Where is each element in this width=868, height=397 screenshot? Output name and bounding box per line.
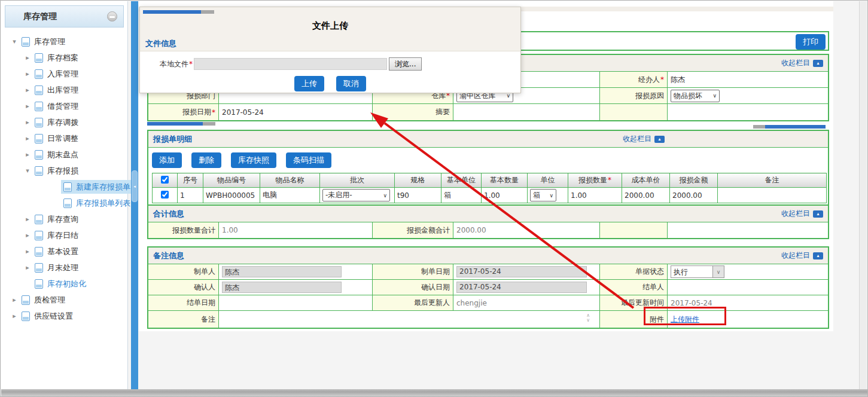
expand-arrow-icon[interactable]: ▸ [10,312,19,320]
summary-value[interactable] [453,104,600,120]
tree-item-label[interactable]: 供应链设置 [34,311,73,322]
attachment-label: 附件 [600,311,668,328]
tree-item-core[interactable]: 库存查询 [32,212,127,226]
tree-item-core[interactable]: 库存报损单列表 [61,196,133,210]
tree-item-core[interactable]: 入库管理 [32,67,127,81]
sidebar-tree-item: ▸供应链设置 [1,308,127,324]
operator-value: 陈杰 [668,72,828,87]
remark-label: 备注 [148,311,219,328]
cell-remark[interactable] [718,188,827,203]
tree-item-label[interactable]: 库存调拨 [47,117,78,128]
collapse-icon[interactable]: ▴ [813,60,823,67]
tree-item-label[interactable]: 库存报损 [47,166,78,176]
select-all-checkbox[interactable] [161,176,169,184]
tree-item-core[interactable]: 出库管理 [32,83,127,97]
tree-item-core[interactable]: 借货管理 [32,99,127,113]
expand-arrow-icon[interactable]: ▸ [10,296,19,304]
stock-snapshot-button[interactable]: 库存快照 [231,152,276,168]
print-button[interactable]: 打印 [796,34,826,50]
cell-loss-qty[interactable]: 1.00 [568,188,622,203]
sidebar-title: 库存管理 [23,11,107,22]
tree-item-core[interactable]: 库存日结 [32,228,127,242]
remark-textarea[interactable]: ∧∨ [219,311,600,328]
tree-item-label[interactable]: 质检管理 [34,295,65,306]
tree-item-label[interactable]: 基本设置 [47,246,78,257]
expand-arrow-icon[interactable]: ▸ [23,215,32,223]
tree-item-core[interactable]: 库存初始化 [32,277,127,291]
tree-item-label[interactable]: 库存报损单列表 [76,198,130,209]
cell-item-code[interactable]: WPBH000005 [203,188,260,203]
tree-item-core[interactable]: 月末处理 [32,261,127,274]
expand-arrow-icon[interactable]: ▸ [23,86,32,94]
tree-item-label[interactable]: 新建库存报损单 [76,182,130,193]
tree-item-label[interactable]: 库存管理 [34,36,65,47]
panel-splitter[interactable]: ◂ [131,1,138,389]
sidebar-tree-item: ▸期末盘点 [1,146,127,163]
expand-arrow-icon[interactable]: ▸ [23,248,32,255]
tree-item-label[interactable]: 库存初始化 [47,279,86,289]
tree-item-label[interactable]: 库存档案 [47,53,78,63]
dialog-buttons: 上传 取消 [140,76,520,91]
collapse-section-link[interactable]: 收起栏目▴ [781,206,823,222]
reason-select[interactable]: 物品损坏∨ [671,90,720,102]
expand-arrow-icon[interactable]: ▸ [23,118,32,126]
tree-item-core[interactable]: 期末盘点 [32,148,127,161]
tree-item-core[interactable]: 质检管理 [19,293,127,307]
tree-item-core[interactable]: 库存管理 [19,35,127,48]
tree-item-label[interactable]: 入库管理 [47,69,78,80]
collapse-section-link[interactable]: 收起栏目▴ [781,55,823,71]
tree-item-label[interactable]: 借货管理 [47,101,78,112]
tree-item-core[interactable]: 库存调拨 [32,115,127,129]
collapse-section-link[interactable]: 收起栏目▴ [623,131,665,147]
file-path-input[interactable] [194,58,387,70]
collapse-arrow-icon[interactable]: ▾ [10,38,19,45]
expand-arrow-icon[interactable]: ▸ [23,264,32,271]
delete-row-button[interactable]: 删除 [191,152,221,168]
tree-item-label[interactable]: 月末处理 [47,262,78,273]
expand-arrow-icon[interactable]: ▸ [23,70,32,78]
batch-select[interactable]: -未启用-∨ [322,189,390,201]
expand-arrow-icon[interactable]: ▸ [23,102,32,110]
add-row-button[interactable]: 添加 [152,152,182,168]
creator-label: 制单人 [148,264,219,279]
col-loss-amount: 报损金额 [670,173,718,188]
page-scrollbar-track[interactable] [859,1,867,396]
sidebar-header: 库存管理 [5,5,124,28]
tree-item-core[interactable]: 新建库存报损单 [61,180,133,194]
file-info-section-title: 文件信息 [145,38,176,49]
expand-arrow-icon[interactable]: ▸ [23,231,32,239]
tree-item-core[interactable]: 供应链设置 [19,309,127,323]
upload-button[interactable]: 上传 [294,76,324,91]
spinner-up-down-icon[interactable]: ∧∨ [586,313,590,323]
document-icon [35,134,43,143]
tree-item-label[interactable]: 出库管理 [47,85,78,96]
collapse-icon[interactable]: ▴ [654,136,665,143]
splitter-collapse-handle[interactable]: ◂ [132,170,138,202]
expand-arrow-icon[interactable]: ▸ [23,54,32,62]
tree-item-label[interactable]: 期末盘点 [47,149,78,160]
cell-item-name[interactable]: 电脑 [260,188,320,203]
tree-item-core[interactable]: 日常调整 [32,132,127,145]
tree-item-label[interactable]: 库存查询 [47,214,78,225]
row-checkbox[interactable] [161,191,169,198]
barcode-scan-button[interactable]: 条码扫描 [286,152,331,168]
tree-item-label[interactable]: 库存日结 [47,230,78,241]
browse-button[interactable]: 浏览... [389,57,422,71]
collapse-arrow-icon[interactable]: ▾ [23,167,32,175]
collapse-section-link[interactable]: 收起栏目▴ [781,248,823,264]
collapse-icon[interactable]: ▴ [813,252,823,259]
totals-header: 合计信息 收起栏目▴ [148,206,828,222]
expand-arrow-icon[interactable]: ▸ [23,151,32,158]
expand-arrow-icon[interactable]: ▸ [23,135,32,142]
cancel-button[interactable]: 取消 [336,76,366,91]
loss-date-value[interactable]: 2017-05-24 [219,104,373,120]
collapse-sidebar-icon[interactable] [107,11,117,22]
tree-item-core[interactable]: 库存档案 [32,51,127,65]
upload-attachment-link[interactable]: 上传附件 [671,314,699,325]
detail-table-row: 1 WPBH000005 电脑 -未启用-∨ t90 箱 1.00 [153,188,827,203]
unit-select[interactable]: 箱∨ [530,189,556,201]
tree-item-core[interactable]: 库存报损 [32,164,127,178]
tree-item-core[interactable]: 基本设置 [32,245,127,258]
collapse-icon[interactable]: ▴ [813,210,823,218]
tree-item-label[interactable]: 日常调整 [47,133,78,144]
